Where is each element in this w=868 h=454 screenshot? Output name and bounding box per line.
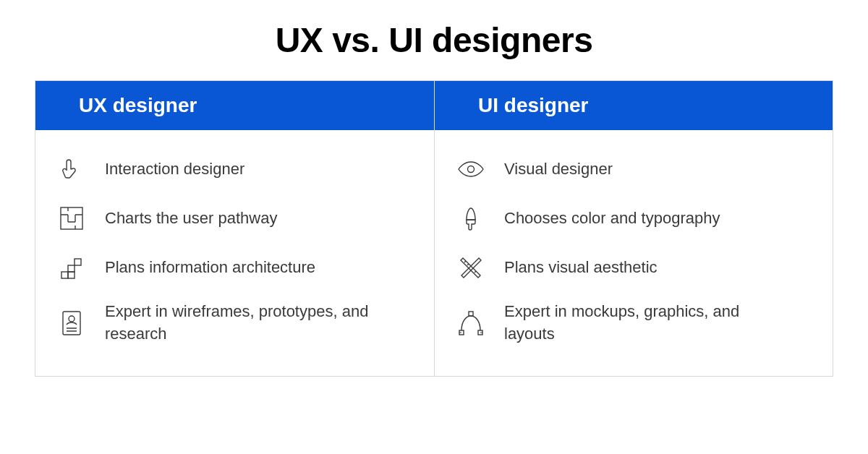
maze-icon <box>56 202 88 234</box>
paintbrush-icon <box>455 202 487 234</box>
comparison-diagram: UX vs. UI designers UX designer Interact… <box>0 0 868 377</box>
list-item: Chooses color and typography <box>455 194 812 243</box>
list-item-label: Charts the user pathway <box>105 207 277 230</box>
page-title: UX vs. UI designers <box>35 20 833 60</box>
list-item-label: Chooses color and typography <box>504 207 720 230</box>
svg-point-6 <box>69 316 75 322</box>
pencil-ruler-icon <box>455 252 487 283</box>
svg-rect-1 <box>61 272 68 278</box>
pointer-hand-icon <box>56 153 88 185</box>
vector-curve-icon <box>455 307 487 339</box>
eye-icon <box>455 153 487 185</box>
list-item-label: Plans information architecture <box>105 257 315 279</box>
list-item-label: Expert in wireframes, prototypes, and re… <box>105 301 394 346</box>
profile-document-icon <box>56 307 88 339</box>
list-item: Charts the user pathway <box>56 194 414 243</box>
column-heading-ui: UI designer <box>435 81 833 130</box>
column-ui: UI designer Visual designer <box>434 81 833 376</box>
list-item-label: Expert in mockups, graphics, and layouts <box>504 301 793 346</box>
column-body-ux: Interaction designer Charts the user pat… <box>35 130 434 376</box>
list-item-label: Plans visual aesthetic <box>504 257 658 279</box>
column-heading-ux: UX designer <box>35 81 434 130</box>
svg-rect-2 <box>68 272 75 278</box>
list-item-label: Interaction designer <box>105 158 244 181</box>
list-item: Visual designer <box>455 145 812 194</box>
list-item: Expert in mockups, graphics, and layouts <box>455 292 812 354</box>
column-ux: UX designer Interaction designer <box>35 81 434 376</box>
blocks-icon <box>56 252 88 283</box>
svg-rect-10 <box>469 312 473 316</box>
list-item: Plans visual aesthetic <box>455 243 812 292</box>
svg-point-7 <box>468 166 475 173</box>
comparison-table: UX designer Interaction designer <box>35 80 833 377</box>
svg-rect-3 <box>68 265 75 272</box>
column-body-ui: Visual designer Chooses color and typogr… <box>435 130 833 376</box>
svg-rect-0 <box>61 207 82 229</box>
list-item: Interaction designer <box>56 145 414 194</box>
list-item: Plans information architecture <box>56 243 414 292</box>
svg-rect-4 <box>75 259 81 265</box>
list-item: Expert in wireframes, prototypes, and re… <box>56 292 414 354</box>
list-item-label: Visual designer <box>504 158 613 181</box>
